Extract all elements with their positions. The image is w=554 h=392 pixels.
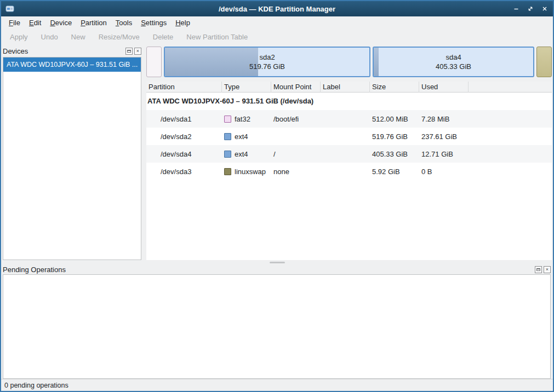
fs-color-swatch <box>224 168 231 175</box>
menu-file[interactable]: File <box>4 17 25 29</box>
partition-size: 5.92 GiB <box>370 168 419 176</box>
partition-block-sda4[interactable]: sda4 405.33 GiB <box>373 47 534 77</box>
partition-block-sda1[interactable] <box>146 47 162 77</box>
column-header-type[interactable]: Type <box>222 82 271 93</box>
horizontal-splitter <box>1 260 553 264</box>
partition-name: /dev/sda3 <box>146 168 222 176</box>
pending-close-icon[interactable]: × <box>544 266 551 273</box>
main-panel: sda2 519.76 GiB sda4 405.33 GiB Partitio… <box>144 45 553 260</box>
close-icon[interactable] <box>541 5 549 13</box>
window-title: /dev/sda — KDE Partition Manager <box>1 5 553 13</box>
menu-partition[interactable]: Partition <box>76 17 111 29</box>
pending-operations-count: 0 pending operations <box>4 382 68 389</box>
statusbar: 0 pending operations <box>1 379 553 391</box>
devices-dock-header: Devices × <box>3 45 141 57</box>
column-header-partition[interactable]: Partition <box>146 82 222 93</box>
pending-operations-dock: Pending Operations × <box>1 264 553 379</box>
column-header-mount-point[interactable]: Mount Point <box>271 82 321 93</box>
menu-tools[interactable]: Tools <box>111 17 136 29</box>
titlebar: /dev/sda — KDE Partition Manager <box>1 1 553 16</box>
menu-device[interactable]: Device <box>45 17 76 29</box>
devices-dock-title: Devices <box>3 47 124 55</box>
partition-block-sda3[interactable] <box>536 47 552 77</box>
partition-block-size: 519.76 GiB <box>249 62 285 71</box>
mount-point: none <box>271 168 321 176</box>
pending-operations-list <box>3 274 551 379</box>
mount-point: /boot/efi <box>271 115 321 123</box>
new-partition-table-button[interactable]: New Partition Table <box>180 30 254 44</box>
menu-help[interactable]: Help <box>171 17 195 29</box>
table-row[interactable]: /dev/sda1 fat32 /boot/efi 512.00 MiB 7.2… <box>146 110 552 128</box>
partition-bar: sda2 519.76 GiB sda4 405.33 GiB <box>146 47 552 77</box>
new-button[interactable]: New <box>65 30 92 44</box>
partition-size: 405.33 GiB <box>370 150 419 158</box>
partition-name: /dev/sda2 <box>146 132 222 141</box>
fs-color-swatch <box>224 151 231 158</box>
splitter-handle[interactable] <box>270 262 285 263</box>
partition-size: 519.76 GiB <box>370 132 419 141</box>
partition-block-size: 405.33 GiB <box>436 62 471 71</box>
column-header-used[interactable]: Used <box>419 82 469 93</box>
menu-settings[interactable]: Settings <box>136 17 171 29</box>
partition-used: 7.28 MiB <box>419 115 469 123</box>
kde-partition-manager-window: /dev/sda — KDE Partition Manager File Ed… <box>0 0 554 392</box>
fs-type: linuxswap <box>235 168 266 176</box>
fs-type: fat32 <box>235 115 250 123</box>
pending-float-icon[interactable] <box>535 266 542 273</box>
table-header-row: Partition Type Mount Point Label Size Us… <box>146 82 552 93</box>
menu-edit[interactable]: Edit <box>25 17 45 29</box>
pending-operations-header: Pending Operations × <box>3 264 551 274</box>
device-list-item[interactable]: ATA WDC WD10JPVX-60J – 931.51 GiB ... <box>3 57 141 72</box>
partition-block-name: sda2 <box>259 53 275 62</box>
app-icon[interactable] <box>5 4 15 14</box>
titlebar-buttons <box>512 5 549 13</box>
column-header-filler <box>469 82 552 93</box>
restore-icon[interactable] <box>527 5 534 13</box>
partition-name: /dev/sda4 <box>146 150 222 158</box>
devices-float-icon[interactable] <box>125 48 133 55</box>
devices-dock: Devices × ATA WDC WD10JPVX-60J – 931.51 … <box>1 45 144 260</box>
delete-button[interactable]: Delete <box>146 30 180 44</box>
partition-used: 12.71 GiB <box>419 150 469 158</box>
devices-list: ATA WDC WD10JPVX-60J – 931.51 GiB ... <box>3 57 141 260</box>
partition-table: Partition Type Mount Point Label Size Us… <box>146 82 552 260</box>
table-row[interactable]: /dev/sda3 linuxswap none 5.92 GiB 0 B <box>146 163 552 180</box>
disk-group-row[interactable]: ATA WDC WD10JPVX-60J – 931.51 GiB (/dev/… <box>146 93 552 110</box>
mount-point: / <box>271 150 321 158</box>
fs-color-swatch <box>224 133 231 140</box>
main-splitter-area: Devices × ATA WDC WD10JPVX-60J – 931.51 … <box>1 45 553 260</box>
fs-type: ext4 <box>235 150 248 158</box>
menubar: File Edit Device Partition Tools Setting… <box>1 16 553 30</box>
pending-operations-title: Pending Operations <box>3 266 533 274</box>
partition-used: 0 B <box>419 168 469 176</box>
partition-block-name: sda4 <box>446 53 461 62</box>
used-space-indicator <box>374 48 379 76</box>
minimize-icon[interactable] <box>512 5 520 13</box>
apply-button[interactable]: Apply <box>3 30 35 44</box>
undo-button[interactable]: Undo <box>35 30 65 44</box>
partition-block-sda2[interactable]: sda2 519.76 GiB <box>164 47 370 77</box>
table-row[interactable]: /dev/sda2 ext4 519.76 GiB 237.61 GiB <box>146 128 552 145</box>
partition-name: /dev/sda1 <box>146 115 222 123</box>
devices-close-icon[interactable]: × <box>134 48 141 55</box>
partition-size: 512.00 MiB <box>370 115 419 123</box>
toolbar: Apply Undo New Resize/Move Delete New Pa… <box>1 30 553 45</box>
partition-used: 237.61 GiB <box>419 132 469 141</box>
resize-move-button[interactable]: Resize/Move <box>92 30 146 44</box>
table-row[interactable]: /dev/sda4 ext4 / 405.33 GiB 12.71 GiB <box>146 145 552 163</box>
column-header-label[interactable]: Label <box>321 82 370 93</box>
fs-color-swatch <box>224 116 231 123</box>
column-header-size[interactable]: Size <box>370 82 419 93</box>
fs-type: ext4 <box>235 132 248 141</box>
used-space-indicator <box>165 48 258 76</box>
